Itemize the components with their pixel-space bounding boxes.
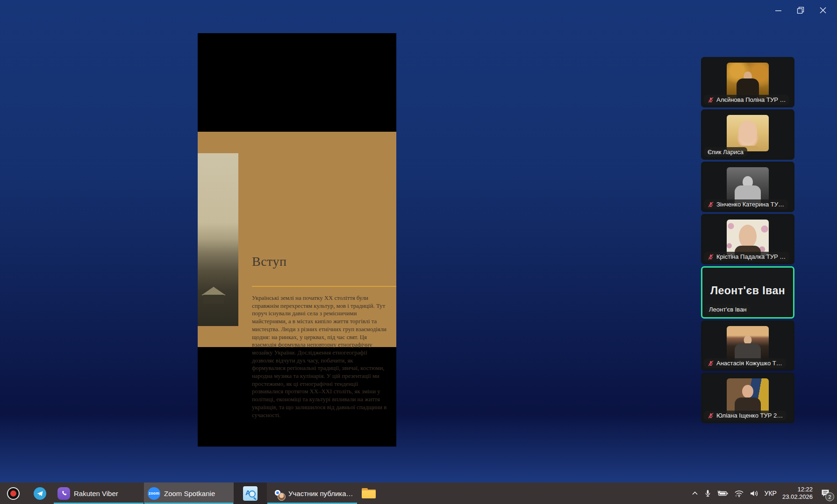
- magnifier-handle: [253, 497, 257, 500]
- tray-wifi-icon[interactable]: [734, 490, 744, 497]
- taskbar-spacer: [380, 483, 691, 504]
- participant-tile[interactable]: Зінченко Катерина ТУ…: [701, 162, 794, 212]
- slide-title: Вступ: [252, 255, 286, 269]
- presentation-slide: Вступ Українські землі на початку XX сто…: [198, 132, 396, 347]
- slide-photo-village: [198, 153, 238, 326]
- shared-screen: Вступ Українські землі на початку XX сто…: [198, 33, 396, 447]
- participant-tile[interactable]: Алєйнова Поліна ТУР …: [701, 57, 794, 107]
- tray-battery-icon[interactable]: [717, 490, 729, 497]
- participant-name: Анастасія Кожушко Т…: [716, 360, 782, 367]
- mic-muted-icon: [708, 360, 714, 367]
- taskbar-viber-app[interactable]: Rakuten Viber: [53, 483, 144, 504]
- taskbar: Rakuten Viber zoom Zoom Spotkanie A Учас…: [0, 483, 837, 504]
- taskbar-chrome-app[interactable]: Участник публика…: [267, 483, 358, 504]
- participant-name: Алєйнова Поліна ТУР …: [716, 96, 786, 103]
- participant-name-label: Юліана Іщенко ТУР 2…: [704, 411, 787, 420]
- tray-action-center[interactable]: 2: [818, 486, 832, 500]
- mic-muted-icon: [708, 97, 714, 103]
- tray-time: 12:22: [782, 486, 813, 493]
- folder-icon: [362, 488, 376, 498]
- participants-strip: Алєйнова Поліна ТУР … Єпик Лариса Зінчен…: [701, 57, 794, 423]
- participant-name: Єпик Лариса: [708, 149, 744, 156]
- restore-button[interactable]: [789, 3, 812, 20]
- participant-name-label: Єпик Лариса: [704, 147, 747, 157]
- chrome-profile-avatar: [278, 493, 286, 501]
- participant-tile[interactable]: Єпик Лариса: [701, 109, 794, 160]
- mic-muted-icon: [708, 254, 714, 260]
- mic-muted-icon: [708, 201, 714, 208]
- zoom-label: Zoom Spotkanie: [164, 490, 215, 497]
- participant-display-name: Леонт'єв Іван: [702, 284, 793, 297]
- participant-name-label: Алєйнова Поліна ТУР …: [704, 95, 789, 105]
- zoom-icon: zoom: [148, 487, 160, 500]
- taskbar-record-app[interactable]: [0, 483, 26, 504]
- participant-name-label: Анастасія Кожушко Т…: [704, 358, 786, 368]
- taskbar-screen-reader-app[interactable]: A: [234, 483, 267, 504]
- text-magnifier-icon: A: [243, 486, 258, 501]
- tray-clock[interactable]: 12:22 23.02.2026: [782, 486, 813, 501]
- participant-tile[interactable]: Юліана Іщенко ТУР 2…: [701, 373, 794, 423]
- minimize-button[interactable]: [767, 3, 789, 20]
- participant-name-label: Крістіна Падалка ТУР …: [704, 252, 789, 262]
- zoom-meeting-window: Вступ Українські землі на початку XX сто…: [0, 0, 837, 504]
- tray-microphone-icon[interactable]: [704, 489, 711, 497]
- system-tray: УКР 12:22 23.02.2026 2: [691, 483, 837, 504]
- participant-avatar: [727, 167, 769, 204]
- participant-name: Крістіна Падалка ТУР …: [716, 253, 786, 260]
- mic-muted-icon: [708, 412, 714, 419]
- participant-name: Леонт'єв Іван: [709, 306, 747, 313]
- notification-count-badge: 2: [825, 492, 834, 501]
- magnifier-lens: [249, 490, 256, 497]
- chrome-label: Участник публика…: [288, 490, 353, 497]
- participant-avatar: [727, 63, 769, 99]
- tray-volume-icon[interactable]: [750, 490, 759, 497]
- participant-avatar: [727, 115, 769, 151]
- taskbar-zoom-app[interactable]: zoom Zoom Spotkanie: [144, 483, 234, 504]
- telegram-icon: [34, 487, 46, 500]
- taskbar-file-explorer[interactable]: [358, 483, 380, 504]
- participant-tile[interactable]: Крістіна Падалка ТУР …: [701, 214, 794, 264]
- tray-language-indicator[interactable]: УКР: [765, 490, 777, 497]
- participant-name: Юліана Іщенко ТУР 2…: [716, 412, 783, 419]
- tray-date: 23.02.2026: [782, 493, 813, 501]
- restore-icon: [797, 7, 804, 16]
- participant-name: Зінченко Катерина ТУ…: [716, 201, 784, 208]
- participant-name-label: Леонт'єв Іван: [705, 305, 751, 314]
- participant-name-label: Зінченко Катерина ТУ…: [704, 199, 788, 209]
- chrome-icon: [272, 487, 285, 500]
- slide-body-text: Українські землі на початку XX століття …: [252, 294, 396, 419]
- close-button[interactable]: [812, 3, 834, 20]
- participant-tile[interactable]: Анастасія Кожушко Т…: [701, 320, 794, 371]
- close-icon: [819, 7, 827, 16]
- participant-avatar: [727, 378, 769, 415]
- minimize-icon: [775, 7, 782, 16]
- participant-avatar: [727, 220, 769, 256]
- taskbar-telegram-app[interactable]: [26, 483, 53, 504]
- tray-chevron-up-icon[interactable]: [691, 490, 699, 497]
- viber-icon: [57, 487, 70, 500]
- participant-avatar: [727, 326, 769, 362]
- viber-label: Rakuten Viber: [74, 490, 118, 497]
- participant-tile-active-speaker[interactable]: Леонт'єв Іван Леонт'єв Іван: [701, 266, 794, 319]
- slide-accent-line: [252, 286, 396, 287]
- window-controls: [767, 3, 834, 20]
- record-icon: [7, 487, 20, 500]
